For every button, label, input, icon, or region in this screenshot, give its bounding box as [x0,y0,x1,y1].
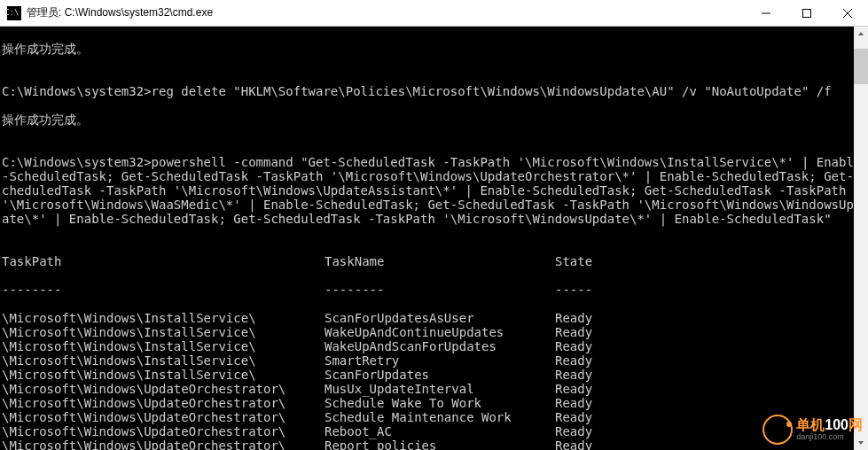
table-row: \Microsoft\Windows\UpdateOrchestrator\Re… [2,424,866,438]
header-taskpath: TaskPath [2,254,325,268]
terminal-output[interactable]: 操作成功完成。 C:\Windows\system32>reg delete "… [0,27,868,450]
command-text: reg delete "HKLM\Software\Policies\Micro… [152,84,832,98]
cell-taskpath: \Microsoft\Windows\UpdateOrchestrator\ [2,424,325,438]
cell-state: Ready [555,410,866,424]
cell-taskpath: \Microsoft\Windows\InstallService\ [2,311,325,325]
cmd-icon: C:\. [7,6,21,20]
cell-taskpath: \Microsoft\Windows\UpdateOrchestrator\ [2,382,325,396]
table-divider: --------------------- [2,283,866,297]
cell-taskname: Report policies [325,438,555,450]
command-line: C:\Windows\system32>powershell -command … [2,155,866,226]
header-state: State [555,254,866,268]
maximize-button[interactable] [786,0,827,26]
cell-taskpath: \Microsoft\Windows\UpdateOrchestrator\ [2,438,325,450]
cell-taskname: Schedule Wake To Work [325,396,555,410]
prompt: C:\Windows\system32> [2,155,152,169]
cell-taskname: Schedule Maintenance Work [325,410,555,424]
output-line: 操作成功完成。 [2,42,866,56]
cell-state: Ready [555,311,866,325]
table-row: \Microsoft\Windows\UpdateOrchestrator\Re… [2,438,866,450]
cell-taskname: WakeUpAndScanForUpdates [325,339,555,353]
vertical-scrollbar[interactable] [854,27,868,450]
cell-state: Ready [555,368,866,382]
cell-taskpath: \Microsoft\Windows\InstallService\ [2,353,325,368]
command-line: C:\Windows\system32>reg delete "HKLM\Sof… [2,84,866,98]
table-row: \Microsoft\Windows\InstallService\WakeUp… [2,325,866,339]
cell-state: Ready [555,396,866,410]
cell-taskname: MusUx_UpdateInterval [325,382,555,396]
table-row: \Microsoft\Windows\UpdateOrchestrator\Sc… [2,410,866,424]
window-titlebar: C:\. 管理员: C:\Windows\system32\cmd.exe [0,0,868,27]
output-line: 操作成功完成。 [2,112,866,127]
cell-state: Ready [555,325,866,339]
close-button[interactable] [827,0,868,26]
cell-taskpath: \Microsoft\Windows\InstallService\ [2,325,325,339]
minimize-button[interactable] [746,0,786,26]
cell-taskname: ScanForUpdatesAsUser [325,311,555,325]
table-row: \Microsoft\Windows\InstallService\WakeUp… [2,339,866,353]
cell-taskpath: \Microsoft\Windows\InstallService\ [2,339,325,353]
cell-taskname: ScanForUpdates [325,368,555,382]
cell-taskname: Reboot_AC [325,424,555,438]
cell-taskpath: \Microsoft\Windows\UpdateOrchestrator\ [2,410,325,424]
header-taskname: TaskName [325,254,555,268]
table-row: \Microsoft\Windows\InstallService\ScanFo… [2,311,866,325]
cell-taskpath: \Microsoft\Windows\InstallService\ [2,368,325,382]
cell-taskname: WakeUpAndContinueUpdates [325,325,555,339]
table-row: \Microsoft\Windows\UpdateOrchestrator\Mu… [2,382,866,396]
table-row: \Microsoft\Windows\InstallService\ScanFo… [2,368,866,382]
svg-rect-1 [803,9,811,17]
cell-taskpath: \Microsoft\Windows\UpdateOrchestrator\ [2,396,325,410]
cell-state: Ready [555,339,866,353]
window-controls [746,0,868,26]
cell-state: Ready [555,424,866,438]
prompt: C:\Windows\system32> [2,84,152,98]
scrollbar-thumb[interactable] [854,49,868,84]
table-header: TaskPathTaskNameState [2,254,866,268]
cell-state: Ready [555,382,866,396]
scroll-up-button[interactable] [854,27,868,41]
table-row: \Microsoft\Windows\UpdateOrchestrator\Sc… [2,396,866,410]
cell-state: Ready [555,353,866,368]
window-title: 管理员: C:\Windows\system32\cmd.exe [27,5,746,20]
cell-taskname: SmartRetry [325,353,555,368]
scroll-down-button[interactable] [854,436,868,450]
table-row: \Microsoft\Windows\InstallService\SmartR… [2,353,866,368]
cell-state: Ready [555,438,866,450]
